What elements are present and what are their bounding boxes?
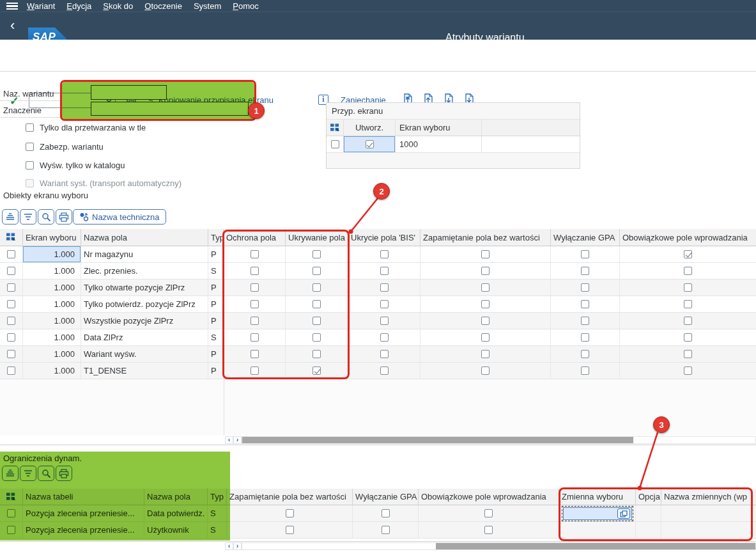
screen-cell[interactable]: 1.000: [23, 329, 81, 345]
gpa-off-checkbox[interactable]: [581, 267, 589, 275]
menu-skok-do[interactable]: Skok do: [103, 1, 133, 11]
column-header[interactable]: Zapamiętanie pola bez wartości: [420, 229, 551, 246]
sort-ascending-icon[interactable]: [2, 209, 19, 225]
save-without-values-checkbox[interactable]: [481, 300, 490, 308]
hide-field-checkbox[interactable]: [312, 267, 321, 275]
column-header[interactable]: Ekran wyboru: [23, 229, 81, 246]
column-header[interactable]: Zapamiętanie pola bez wartości: [227, 489, 353, 505]
hide-field-bis-checkbox[interactable]: [380, 300, 389, 308]
scrollbar-thumb[interactable]: [242, 437, 633, 443]
column-header[interactable]: Ekran wyboru: [396, 120, 482, 136]
checkbox-display-in-catalog-only[interactable]: [26, 161, 34, 170]
field-name-cell[interactable]: Wszystkie pozycje ZlPrz: [81, 313, 208, 329]
column-header[interactable]: Typ: [208, 489, 227, 505]
menu-otoczenie[interactable]: Otoczenie: [144, 1, 182, 11]
field-name-cell[interactable]: Zlec. przenies.: [81, 263, 208, 279]
option-cell[interactable]: [636, 522, 661, 538]
hide-field-checkbox[interactable]: [312, 317, 321, 325]
selection-variable-field[interactable]: [563, 507, 632, 520]
row-select-checkbox[interactable]: [7, 300, 15, 308]
gpa-off-checkbox[interactable]: [581, 350, 589, 358]
save-without-values-checkbox[interactable]: [481, 333, 490, 342]
scroll-left-icon[interactable]: ‹: [225, 436, 233, 444]
protect-field-checkbox[interactable]: [251, 350, 259, 358]
hide-field-bis-checkbox[interactable]: [380, 350, 389, 358]
hide-field-checkbox[interactable]: [312, 350, 321, 358]
gpa-off-checkbox[interactable]: [382, 509, 390, 517]
checkbox-background-only[interactable]: [26, 123, 34, 132]
field-name-cell[interactable]: Tylko potwierdz. pozycje ZlPrz: [81, 296, 208, 312]
hide-field-bis-checkbox[interactable]: [380, 267, 389, 275]
column-header[interactable]: Opcja: [636, 489, 661, 505]
required-field-checkbox[interactable]: [684, 267, 692, 275]
screen-cell[interactable]: 1.000: [23, 246, 81, 262]
gpa-off-checkbox[interactable]: [581, 367, 589, 375]
column-header[interactable]: Utworz.: [344, 120, 396, 136]
row-select-checkbox[interactable]: [7, 509, 15, 517]
required-field-checkbox[interactable]: [684, 350, 692, 358]
gpa-off-checkbox[interactable]: [382, 526, 390, 534]
save-without-values-checkbox[interactable]: [286, 509, 294, 517]
save-without-values-checkbox[interactable]: [481, 267, 490, 275]
screen-cell[interactable]: 1.000: [23, 363, 81, 379]
variant-name-field[interactable]: [91, 85, 167, 100]
gpa-off-checkbox[interactable]: [581, 300, 589, 308]
hide-field-bis-checkbox[interactable]: [380, 317, 389, 325]
table-name-cell[interactable]: Pozycja zlecenia przeniesie...: [23, 505, 144, 521]
print-icon[interactable]: [56, 466, 72, 481]
column-header[interactable]: Nazwa pola: [144, 489, 208, 505]
column-header[interactable]: Typ: [208, 229, 224, 246]
column-header[interactable]: Zmienna wyboru: [559, 489, 636, 505]
hide-field-bis-checkbox[interactable]: [380, 283, 389, 292]
table-name-cell[interactable]: Pozycja zlecenia przeniesie...: [23, 522, 144, 538]
screen-cell[interactable]: 1.000: [23, 313, 81, 329]
select-all-icon[interactable]: [0, 229, 23, 246]
save-without-values-checkbox[interactable]: [481, 250, 490, 258]
column-header[interactable]: Ochrona pola: [224, 229, 286, 246]
hide-field-checkbox[interactable]: [312, 367, 321, 375]
column-header[interactable]: Obowiązkowe pole wprowadzania: [620, 229, 756, 246]
save-without-values-checkbox[interactable]: [481, 350, 490, 358]
menu-wariant[interactable]: Wariant: [27, 1, 55, 11]
hide-field-checkbox[interactable]: [312, 300, 321, 308]
menu-pomoc[interactable]: Pomoc: [233, 1, 258, 11]
menu-system[interactable]: System: [194, 1, 221, 11]
created-checkbox[interactable]: [366, 140, 374, 148]
scroll-right-icon[interactable]: ›: [233, 436, 242, 444]
protect-field-checkbox[interactable]: [251, 300, 259, 308]
protect-field-checkbox[interactable]: [251, 367, 259, 375]
hamburger-menu-icon[interactable]: [6, 3, 18, 10]
required-field-checkbox[interactable]: [684, 333, 692, 342]
scroll-right-icon[interactable]: ›: [233, 542, 242, 550]
column-header[interactable]: Nazwa zmiennych (wp: [661, 489, 756, 505]
variable-name-cell[interactable]: [661, 522, 756, 538]
save-without-values-checkbox[interactable]: [481, 283, 490, 292]
row-select-checkbox[interactable]: [7, 350, 15, 358]
field-name-cell[interactable]: Wariant wyśw.: [81, 346, 208, 362]
column-header[interactable]: Wyłączanie GPA: [551, 229, 620, 246]
required-field-checkbox[interactable]: [484, 509, 493, 517]
protect-field-checkbox[interactable]: [251, 317, 259, 325]
gpa-off-checkbox[interactable]: [581, 317, 589, 325]
screen-cell[interactable]: 1.000: [23, 280, 81, 296]
field-name-cell[interactable]: Data ZlPrz: [81, 329, 208, 345]
gpa-off-checkbox[interactable]: [581, 250, 589, 258]
protect-field-checkbox[interactable]: [251, 250, 259, 258]
row-select-checkbox[interactable]: [7, 250, 15, 258]
save-without-values-checkbox[interactable]: [481, 367, 490, 375]
column-header[interactable]: Nazwa tabeli: [23, 489, 144, 505]
row-select-checkbox[interactable]: [7, 333, 15, 342]
column-header[interactable]: Ukrycie pola 'BIS': [348, 229, 420, 246]
meaning-field[interactable]: [91, 102, 249, 116]
row-select-checkbox[interactable]: [7, 267, 15, 275]
value-help-icon[interactable]: [617, 509, 630, 519]
horizontal-scrollbar[interactable]: ‹ ›: [225, 542, 756, 550]
row-select-checkbox[interactable]: [7, 317, 15, 325]
variable-name-cell[interactable]: [661, 505, 756, 521]
field-name-cell[interactable]: Data potwierdz.: [144, 505, 208, 521]
checkbox-protect-variant[interactable]: [26, 143, 34, 151]
gpa-off-checkbox[interactable]: [581, 283, 589, 292]
protect-field-checkbox[interactable]: [251, 333, 259, 342]
required-field-checkbox[interactable]: [684, 300, 692, 308]
technical-name-button[interactable]: Nazwa techniczna: [73, 209, 166, 225]
